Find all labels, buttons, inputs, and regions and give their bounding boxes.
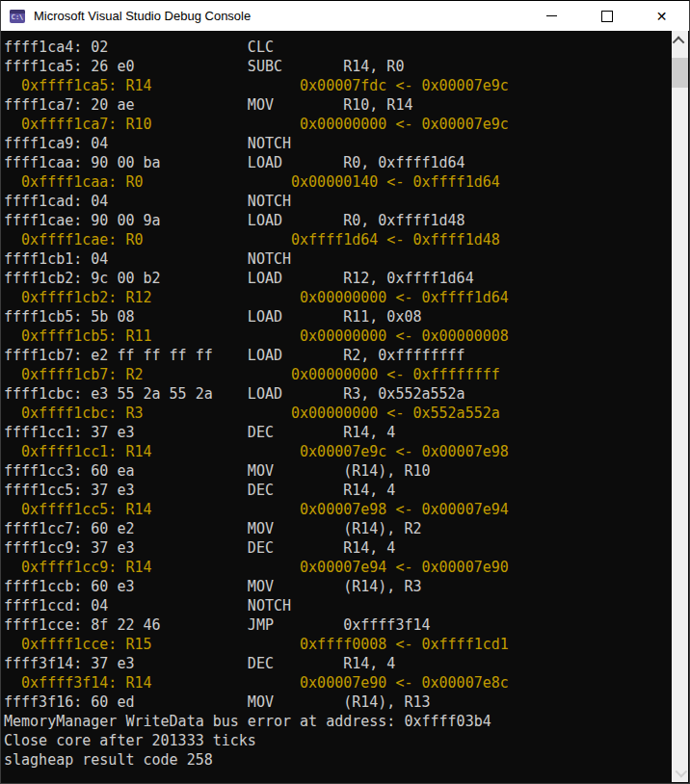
console-line-instruction: ffff1cc3: 60 ea MOV (R14), R10 [4, 461, 672, 481]
console-line-instruction: ffff1ccb: 60 e3 MOV (R14), R3 [4, 577, 672, 596]
console-line-register-update: 0xffff1cb7: R2 0x00000000 <- 0xffffffff [4, 365, 672, 384]
maximize-button[interactable] [579, 1, 634, 31]
chevron-down-icon [676, 765, 688, 777]
console-line-instruction: ffff1cc5: 37 e3 DEC R14, 4 [4, 481, 672, 500]
scroll-up-button[interactable] [672, 31, 688, 50]
console-line-instruction: ffff1cc7: 60 e2 MOV (R14), R2 [4, 519, 672, 538]
console-line-register-update: 0xffff1cbc: R3 0x00000000 <- 0x552a552a [4, 404, 672, 423]
chevron-up-icon [673, 36, 685, 48]
close-button[interactable]: ✕ [634, 1, 689, 31]
console-line-instruction: ffff1ca9: 04 NOTCH [4, 134, 672, 153]
console-line-register-update: 0xffff1ca5: R14 0x00007fdc <- 0x00007e9c [4, 76, 672, 95]
console-line-message: slagheap result code 258 [4, 750, 672, 770]
scroll-down-button[interactable] [672, 763, 688, 782]
window-controls: ✕ [524, 1, 689, 31]
console-line-message: Close core after 201333 ticks [4, 731, 672, 750]
titlebar[interactable]: C:\ Microsoft Visual Studio Debug Consol… [1, 1, 689, 31]
console-line-register-update: 0xffff1cc9: R14 0x00007e94 <- 0x00007e90 [4, 558, 672, 577]
scrollbar[interactable] [672, 31, 688, 782]
console-line-instruction: ffff3f16: 60 ed MOV (R14), R13 [4, 693, 672, 712]
console-line-instruction: ffff1cad: 04 NOTCH [4, 192, 672, 211]
scrollbar-thumb[interactable] [672, 58, 688, 88]
console-line-instruction: ffff1cce: 8f 22 46 JMP 0xffff3f14 [4, 615, 672, 635]
console-line-instruction: ffff1cb2: 9c 00 b2 LOAD R12, 0xffff1d64 [4, 269, 672, 288]
minimize-icon [546, 15, 557, 16]
minimize-button[interactable] [524, 1, 579, 31]
console-line-instruction: ffff1ca7: 20 ae MOV R10, R14 [4, 95, 672, 115]
console-line-register-update: 0xffff3f14: R14 0x00007e90 <- 0x00007e8c [4, 673, 672, 693]
console-line-register-update: 0xffff1cb2: R12 0x00000000 <- 0xffff1d64 [4, 288, 672, 307]
console-line-register-update: 0xffff1cb5: R11 0x00000000 <- 0x00000008 [4, 327, 672, 346]
console-line-instruction: ffff1ca5: 26 e0 SUBC R14, R0 [4, 57, 672, 76]
console-line-instruction: ffff1cb5: 5b 08 LOAD R11, 0x08 [4, 307, 672, 327]
console-line-instruction: ffff1ca4: 02 CLC [4, 38, 672, 57]
console-line-register-update: 0xffff1cc1: R14 0x00007e9c <- 0x00007e98 [4, 442, 672, 461]
console-line-instruction: ffff1cb1: 04 NOTCH [4, 249, 672, 269]
console-line-instruction: ffff1cc9: 37 e3 DEC R14, 4 [4, 538, 672, 558]
console-line-instruction: ffff1cc1: 37 e3 DEC R14, 4 [4, 423, 672, 442]
console-line-instruction: ffff1cae: 90 00 9a LOAD R0, 0xffff1d48 [4, 211, 672, 230]
maximize-icon [601, 11, 613, 22]
console-line-instruction: ffff1caa: 90 00 ba LOAD R0, 0xffff1d64 [4, 153, 672, 172]
console-output[interactable]: ffff1ca4: 02 CLC ffff1ca5: 26 e0 SUBC R1… [2, 31, 672, 782]
console-line-instruction: ffff1cb7: e2 ff ff ff ff LOAD R2, 0xffff… [4, 346, 672, 365]
window-title: Microsoft Visual Studio Debug Console [34, 9, 251, 23]
console-app-icon-label: C:\ [10, 13, 25, 22]
console-line-instruction: ffff3f14: 37 e3 DEC R14, 4 [4, 654, 672, 673]
console-line-register-update: 0xffff1ca7: R10 0x00000000 <- 0x00007e9c [4, 115, 672, 134]
console-line-message: MemoryManager WriteData bus error at add… [4, 712, 672, 731]
console-line-register-update: 0xffff1cae: R0 0xffff1d64 <- 0xffff1d48 [4, 230, 672, 249]
console-line-register-update: 0xffff1cce: R15 0xffff0008 <- 0xffff1cd1 [4, 635, 672, 654]
console-app-icon: C:\ [10, 10, 25, 23]
close-icon: ✕ [656, 10, 668, 23]
console-line-register-update: 0xffff1caa: R0 0x00000140 <- 0xffff1d64 [4, 172, 672, 192]
console-line-register-update: 0xffff1cc5: R14 0x00007e98 <- 0x00007e94 [4, 500, 672, 519]
debug-console-window: C:\ Microsoft Visual Studio Debug Consol… [0, 0, 690, 784]
console-line-instruction: ffff1ccd: 04 NOTCH [4, 596, 672, 615]
console-line-instruction: ffff1cbc: e3 55 2a 55 2a LOAD R3, 0x552a… [4, 384, 672, 404]
